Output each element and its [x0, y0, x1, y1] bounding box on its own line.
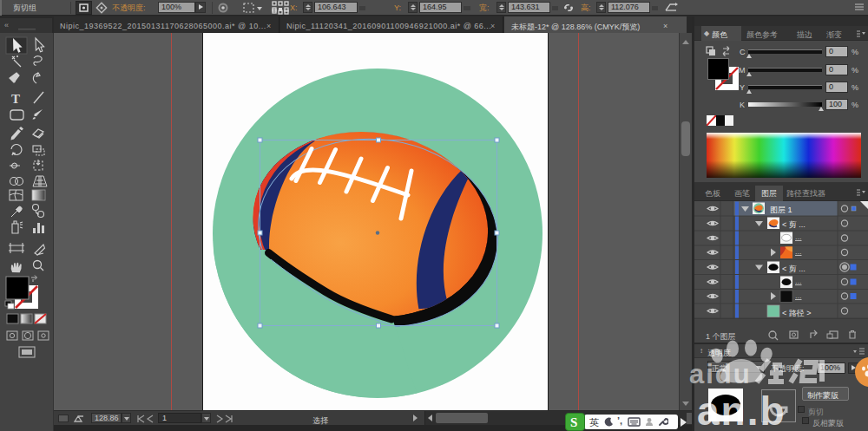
svg-text:T: T [11, 92, 20, 106]
